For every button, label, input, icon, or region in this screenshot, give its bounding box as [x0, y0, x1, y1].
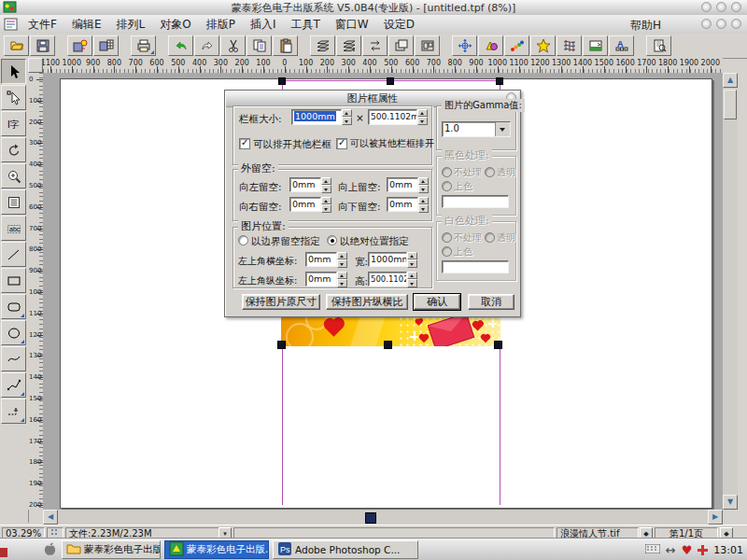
spin-up-icon[interactable]	[342, 109, 352, 117]
bring-forward-button[interactable]	[310, 35, 335, 56]
input-switch-icon[interactable]: ↔	[666, 543, 676, 557]
keep-original-size-button[interactable]: 保持图片原尺寸	[242, 294, 320, 310]
margin-left-field[interactable]: 0mm	[289, 177, 321, 192]
print-button[interactable]	[131, 35, 156, 56]
horizontal-scrollbar[interactable]: ◀ ▶	[43, 510, 723, 525]
frame-right-edge[interactable]	[500, 349, 500, 505]
tool-zoom[interactable]	[1, 163, 26, 189]
gamma-combo[interactable]: 1.0	[442, 121, 511, 137]
spin-down-icon[interactable]	[417, 117, 428, 125]
tool-ellipse[interactable]	[1, 320, 26, 345]
combine-button[interactable]	[415, 35, 440, 56]
menu-window-button[interactable]	[731, 19, 741, 29]
frame-height-field[interactable]: 500.1102mm	[368, 109, 417, 125]
undo-button[interactable]	[168, 35, 193, 56]
spin-up-icon[interactable]	[418, 197, 429, 204]
spin-down-icon[interactable]	[418, 185, 429, 193]
horizontal-scroll-thumb[interactable]	[365, 512, 376, 524]
menu-item[interactable]: 文件F	[21, 17, 64, 33]
frame-left-edge[interactable]	[282, 349, 283, 505]
frame-handle-top-center[interactable]	[387, 77, 394, 85]
cut-button[interactable]	[220, 35, 246, 56]
margin-bottom-field[interactable]: 0mm	[387, 197, 418, 212]
taskbar-task[interactable]: 蒙泰彩色电子出版...	[62, 540, 161, 559]
menu-item[interactable]: 排版P	[199, 17, 243, 33]
print-preview-button[interactable]	[646, 35, 671, 56]
red-cross-icon[interactable]	[698, 545, 708, 555]
page-fill-button[interactable]	[583, 35, 608, 56]
frame-handle-right[interactable]	[494, 341, 502, 349]
tool-line[interactable]	[1, 242, 26, 267]
shape-fill-button[interactable]	[478, 35, 503, 56]
x-coord-field[interactable]: 0mm	[305, 252, 337, 267]
mesh-warp-button[interactable]	[557, 35, 582, 56]
scroll-down-arrow[interactable]: ▼	[723, 495, 738, 510]
redo-button[interactable]	[194, 35, 219, 56]
export-image-button[interactable]	[67, 35, 92, 56]
y-coord-field[interactable]: 0mm	[305, 272, 337, 287]
tool-select[interactable]	[1, 59, 26, 84]
tool-path[interactable]	[1, 399, 26, 424]
tool-text[interactable]: I字	[1, 111, 26, 136]
tool-polyline[interactable]	[1, 372, 26, 398]
taskbar-task[interactable]: 蒙泰彩色电子出版...	[164, 540, 269, 559]
tool-curve[interactable]	[1, 346, 26, 371]
menu-item[interactable]: 窗口W	[328, 17, 376, 33]
frame-handle-left[interactable]	[277, 341, 286, 349]
minimize-button[interactable]	[701, 2, 712, 12]
spin-up-icon[interactable]	[418, 177, 429, 185]
menu-item[interactable]: 编辑E	[64, 17, 109, 33]
menu-item[interactable]: 设定D	[376, 17, 422, 33]
menu-item[interactable]: 排列L	[109, 17, 153, 33]
spin-down-icon[interactable]	[337, 279, 347, 287]
scroll-up-arrow[interactable]: ▲	[723, 73, 738, 88]
copy-button[interactable]	[247, 35, 272, 56]
tool-direct-select[interactable]	[1, 85, 26, 110]
swap-order-button[interactable]	[362, 35, 388, 56]
maximize-button[interactable]	[716, 2, 726, 12]
scroll-right-arrow[interactable]: ▶	[708, 510, 723, 525]
spin-up-icon[interactable]	[417, 109, 428, 117]
tool-text-block[interactable]	[1, 189, 26, 215]
tool-rounded-rect[interactable]	[1, 294, 26, 319]
tool-rotate[interactable]	[1, 137, 26, 162]
duplicate-button[interactable]	[388, 35, 414, 56]
margin-top-field[interactable]: 0mm	[387, 177, 418, 192]
frame-handle-top-right[interactable]	[496, 77, 503, 85]
spin-up-icon[interactable]	[337, 272, 347, 279]
antivirus-heart-icon[interactable]: ♥	[682, 543, 693, 557]
margin-right-field[interactable]: 0mm	[289, 197, 321, 212]
menu-item[interactable]: 插入I	[243, 17, 284, 33]
spin-down-icon[interactable]	[321, 204, 331, 213]
spin-down-icon[interactable]	[342, 117, 352, 125]
spin-down-icon[interactable]	[418, 204, 429, 213]
vertical-scrollbar[interactable]: ▲ ▼	[723, 73, 738, 510]
spin-up-icon[interactable]	[337, 252, 347, 259]
menu-item[interactable]: 工具T	[283, 17, 327, 33]
open-button[interactable]	[4, 35, 29, 56]
spin-up-icon[interactable]	[407, 272, 417, 279]
send-backward-button[interactable]	[336, 35, 361, 56]
width-field[interactable]: 1000mm	[368, 252, 407, 267]
scroll-left-arrow[interactable]: ◀	[43, 510, 58, 525]
spin-down-icon[interactable]	[337, 259, 347, 268]
vertical-scroll-thumb[interactable]	[724, 90, 737, 119]
menu-help[interactable]: 帮助H	[630, 18, 661, 34]
paste-button[interactable]	[273, 35, 298, 56]
move-anchor-button[interactable]	[452, 35, 477, 56]
spin-up-icon[interactable]	[407, 252, 417, 259]
spin-up-icon[interactable]	[321, 177, 331, 185]
cancel-button[interactable]: 取消	[468, 294, 514, 310]
title-bar[interactable]: 蒙泰彩色电子出版系统 V5.0B4(专业版) - [untitled.tpf (…	[0, 0, 747, 16]
combo-dropdown-icon[interactable]	[495, 122, 510, 136]
save-button[interactable]	[30, 35, 55, 56]
height-field[interactable]: 500.1102mm	[368, 272, 407, 287]
menu-window-button[interactable]	[716, 19, 726, 29]
save-template-button[interactable]	[93, 35, 119, 56]
frame-handle-top-left[interactable]	[278, 77, 286, 85]
spin-down-icon[interactable]	[407, 279, 417, 287]
by-absolute-radio[interactable]	[327, 235, 337, 245]
text-format-button[interactable]: A	[609, 35, 634, 56]
apple-icon[interactable]	[43, 541, 57, 560]
keyboard-icon[interactable]	[645, 544, 660, 556]
